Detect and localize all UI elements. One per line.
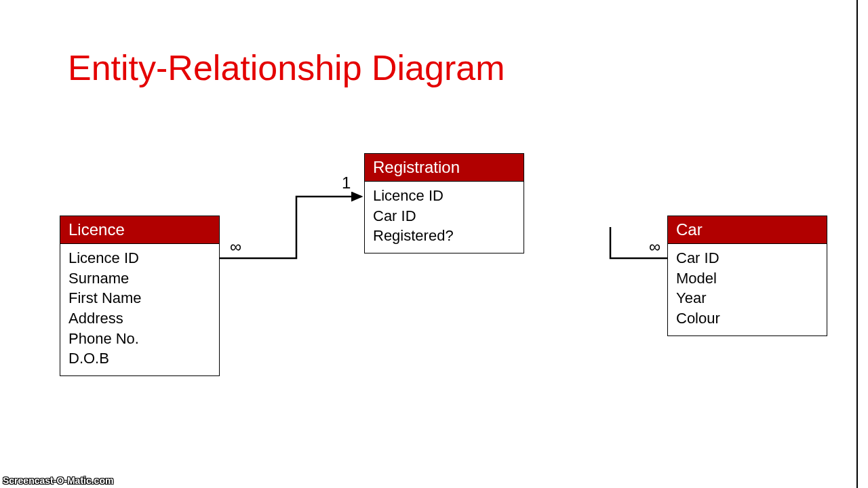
entity-field: Surname: [68, 268, 211, 289]
entity-registration-header: Registration: [365, 154, 524, 182]
entity-car: Car Car ID Model Year Colour: [667, 216, 827, 336]
entity-licence-header: Licence: [60, 216, 219, 244]
entity-field: Car ID: [373, 206, 515, 226]
entity-car-body: Car ID Model Year Colour: [668, 244, 827, 336]
entity-field: Licence ID: [68, 248, 211, 268]
entity-field: First Name: [68, 288, 211, 308]
entity-licence-body: Licence ID Surname First Name Address Ph…: [60, 244, 219, 375]
entity-field: Phone No.: [68, 329, 211, 349]
entity-registration-body: Licence ID Car ID Registered?: [365, 182, 524, 253]
entity-car-header: Car: [668, 216, 827, 244]
watermark: Screencast-O-Matic.com: [3, 475, 113, 486]
entity-field: Colour: [676, 308, 818, 329]
right-border-rule: [856, 0, 858, 488]
cardinality-licence-side: ∞: [230, 237, 241, 256]
entity-field: Year: [676, 288, 818, 308]
entity-registration: Registration Licence ID Car ID Registere…: [364, 153, 524, 253]
entity-field: Licence ID: [373, 186, 515, 206]
entity-field: Car ID: [676, 248, 818, 268]
entity-field: Registered?: [373, 226, 515, 246]
entity-field: D.O.B: [68, 348, 211, 369]
cardinality-car-side: ∞: [649, 237, 660, 256]
entity-field: Model: [676, 268, 818, 289]
cardinality-registration-side: 1: [342, 174, 351, 192]
page-title: Entity-Relationship Diagram: [68, 47, 505, 88]
entity-field: Address: [68, 308, 211, 329]
entity-licence: Licence Licence ID Surname First Name Ad…: [60, 216, 220, 376]
